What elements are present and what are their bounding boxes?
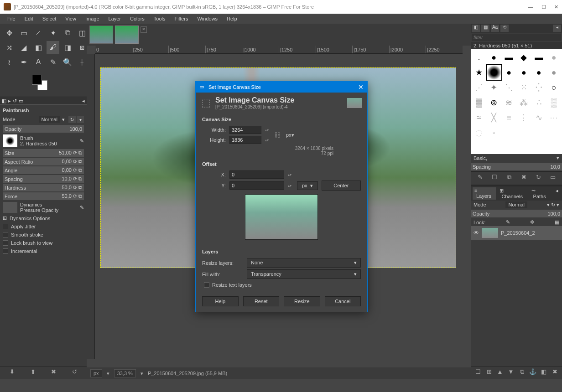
tab-layers[interactable]: ≡ Layers <box>473 187 496 200</box>
image-tab-close[interactable]: ✕ <box>140 26 147 33</box>
open-brush-icon[interactable]: ▭ <box>548 174 557 183</box>
resize-text-checkbox[interactable] <box>204 282 209 288</box>
reset-preset-icon[interactable]: ↺ <box>70 368 79 377</box>
resize-button[interactable]: Resize <box>284 296 320 306</box>
mode-reset-icon[interactable]: ↻ <box>68 116 76 123</box>
edit-brush-icon[interactable]: ✎ <box>475 174 484 183</box>
center-button[interactable]: Center <box>322 181 361 191</box>
offset-y-input[interactable] <box>229 181 284 190</box>
layer-visibility-icon[interactable]: 👁 <box>474 230 479 236</box>
tab-history-icon[interactable]: ↺ <box>13 98 17 104</box>
menu-layer[interactable]: Layer <box>105 15 125 22</box>
lock-pixels-icon[interactable]: ✎ <box>506 219 510 225</box>
tab-tool-options-icon[interactable]: ◧ <box>2 98 6 104</box>
menu-image[interactable]: Image <box>82 15 103 22</box>
opacity-slider[interactable]: Opacity 100,0 <box>3 125 84 133</box>
tab-fonts-icon[interactable]: Aa <box>491 25 499 32</box>
tab-brushes-icon[interactable]: ◧ <box>472 25 480 32</box>
reset-button[interactable]: Reset <box>243 296 280 306</box>
tab-menu-icon[interactable]: ◂ <box>82 98 85 104</box>
layer-group-icon[interactable]: ⊞ <box>484 368 494 377</box>
dynamics-icon[interactable] <box>3 202 17 213</box>
help-button[interactable]: Help <box>202 296 239 306</box>
tab-history-icon[interactable]: ⟲ <box>500 25 509 32</box>
tool-move[interactable]: ✥ <box>3 26 16 39</box>
angle-slider[interactable]: Angle0,00 ⟳ ⧉ <box>3 166 84 174</box>
brush-edit-icon[interactable]: ✎ <box>80 138 84 144</box>
dialog-close-button[interactable]: ✕ <box>358 83 364 91</box>
tool-gradient[interactable]: ◧ <box>32 41 45 54</box>
lock-brush-checkbox[interactable] <box>3 240 8 246</box>
tool-warp[interactable]: ⤭ <box>3 41 16 54</box>
unit-select[interactable]: px <box>90 369 102 377</box>
hardness-slider[interactable]: Hardness50,0 ⟳ ⧉ <box>3 184 84 191</box>
fg-color[interactable] <box>32 75 42 85</box>
tool-text[interactable]: A <box>32 56 45 68</box>
mode-select[interactable]: Normal <box>39 116 60 123</box>
size-unit-select[interactable]: px▾ <box>286 132 294 138</box>
dup-layer-icon[interactable]: ⧉ <box>517 368 526 377</box>
brush-grid[interactable]: .●▬◆▬● ★●●●● ⋰✦⋱⁙⁛○ ▓⊚≋⁂∴▒ ≈╳≡⋮∿⋯ ◌◦ <box>471 49 562 154</box>
image-tab-2[interactable] <box>115 26 139 44</box>
offset-preview[interactable] <box>245 194 318 240</box>
tab-channels[interactable]: ⊞ Channels <box>498 187 527 200</box>
zoom-select[interactable]: 33,3 % <box>114 369 136 377</box>
chain-link-icon[interactable]: ⛓ <box>274 126 282 144</box>
offset-unit-select[interactable]: px▾ <box>297 181 318 190</box>
layer-mode-select[interactable]: Normal <box>505 201 527 208</box>
height-input[interactable] <box>229 136 261 144</box>
jitter-checkbox[interactable] <box>3 224 8 229</box>
brush-preset-select[interactable]: Basic, <box>474 155 487 161</box>
width-input[interactable] <box>229 126 261 134</box>
spacing-slider[interactable]: Spacing10,0 ⟳ ⧉ <box>3 175 84 183</box>
menu-colors[interactable]: Colors <box>126 15 148 22</box>
tool-picker[interactable]: ✎ <box>47 56 59 68</box>
cancel-button[interactable]: Cancel <box>325 296 361 306</box>
dock-menu-icon[interactable]: ◂ <box>553 25 561 32</box>
minimize-button[interactable]: — <box>528 4 533 10</box>
tab-paths[interactable]: ⤳ Paths <box>530 187 552 200</box>
menu-windows[interactable]: Windows <box>193 15 221 22</box>
brush-filter-input[interactable] <box>474 35 559 40</box>
tool-zoom[interactable]: 🔍 <box>61 56 74 68</box>
mask-layer-icon[interactable]: ◧ <box>539 368 548 377</box>
fg-bg-colors[interactable] <box>32 75 55 93</box>
offset-x-input[interactable] <box>229 170 284 179</box>
close-button[interactable]: ✕ <box>554 4 558 10</box>
tool-paintbrush[interactable]: 🖌 <box>47 41 59 54</box>
layer-opacity-slider[interactable]: Opacity100,0 <box>471 210 562 217</box>
tab-patterns-icon[interactable]: ▦ <box>481 25 489 32</box>
fill-with-select[interactable]: Transparency▾ <box>247 269 361 279</box>
menu-edit[interactable]: Edit <box>21 15 37 22</box>
brush-spacing-slider[interactable]: Spacing10,0 <box>471 163 562 170</box>
image-tab-1[interactable] <box>89 26 113 44</box>
layer-down-icon[interactable]: ▼ <box>506 368 515 377</box>
delete-preset-icon[interactable]: ✖ <box>49 368 58 377</box>
tool-smudge[interactable]: ≀ <box>3 56 16 68</box>
force-slider[interactable]: Force50,0 ⟳ ⧉ <box>3 192 84 200</box>
size-slider[interactable]: Size51,00 ⟳ ⧉ <box>3 149 84 157</box>
smooth-checkbox[interactable] <box>3 232 8 237</box>
menu-file[interactable]: File <box>4 15 19 22</box>
dialog-titlebar[interactable]: ▭ Set Image Canvas Size ✕ <box>196 82 367 93</box>
del-brush-icon[interactable]: ✖ <box>519 174 528 183</box>
merge-layer-icon[interactable]: ⚓ <box>528 368 537 377</box>
restore-preset-icon[interactable]: ⬆ <box>28 368 37 377</box>
lock-position-icon[interactable]: ✥ <box>530 219 534 225</box>
dynamics-options-expander[interactable]: ⊞Dynamics Options <box>3 214 84 222</box>
layer-name[interactable]: P_20150604_2 <box>501 230 535 236</box>
refresh-brush-icon[interactable]: ↻ <box>534 174 543 183</box>
resize-layers-select[interactable]: None▾ <box>247 258 361 268</box>
tool-crop[interactable]: ⧉ <box>61 26 74 39</box>
new-brush-icon[interactable]: ☐ <box>490 174 499 183</box>
save-preset-icon[interactable]: ⬇ <box>8 368 17 377</box>
menu-help[interactable]: Help <box>223 15 241 22</box>
menu-select[interactable]: Select <box>39 15 60 22</box>
new-layer-icon[interactable]: ☐ <box>474 368 483 377</box>
aspect-slider[interactable]: Aspect Ratio0,00 ⟳ ⧉ <box>3 158 84 165</box>
tab-images-icon[interactable]: ▭ <box>19 98 23 104</box>
lock-alpha-icon[interactable]: ▦ <box>555 219 559 225</box>
menu-filters[interactable]: Filters <box>171 15 192 22</box>
tool-lasso[interactable]: ⟋ <box>32 26 45 39</box>
tool-path[interactable]: ✒ <box>17 56 30 68</box>
